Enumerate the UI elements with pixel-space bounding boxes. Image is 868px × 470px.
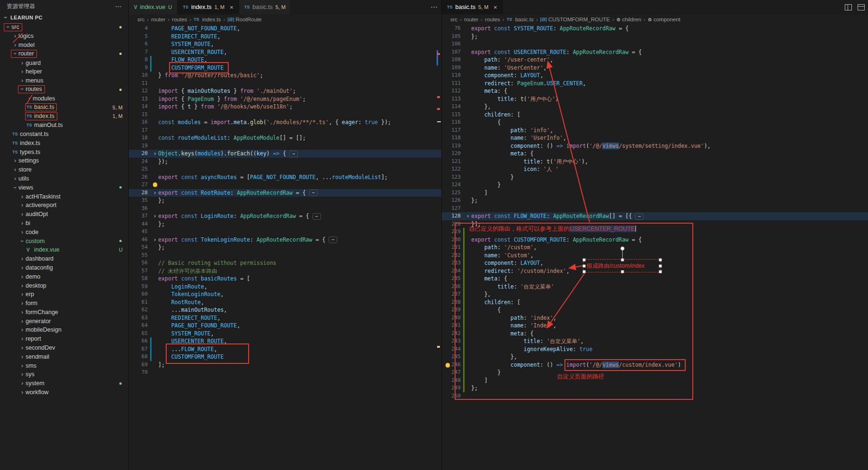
breadcrumb-item-children[interactable]: ⚙children — [617, 17, 641, 22]
tree-item-index.vue[interactable]: Vindex.vueU — [0, 245, 128, 254]
tree-item-system[interactable]: ›system — [0, 379, 128, 388]
tree-item-routes[interactable]: ›routes — [0, 85, 128, 94]
tree-item-desktop[interactable]: ›desktop — [0, 281, 128, 290]
resize-handle[interactable] — [659, 258, 662, 262]
tree-item-secondDev[interactable]: ›secondDev — [0, 343, 128, 352]
editor-layout-icon[interactable] — [858, 4, 865, 10]
code-line-18: 18const routeModuleList: AppRouteModule[… — [129, 134, 442, 142]
tree-item-code[interactable]: ›code — [0, 227, 128, 236]
tree-item-actHiTaskinst[interactable]: ›actHiTaskinst — [0, 192, 128, 201]
tree-item-src[interactable]: ›src — [0, 23, 128, 32]
resize-handle[interactable] — [582, 258, 586, 262]
tree-item-index.ts[interactable]: TSindex.ts1, M — [0, 112, 128, 121]
rotate-handle[interactable] — [620, 246, 625, 251]
resize-handle[interactable] — [582, 264, 586, 268]
line-number: 108 — [442, 56, 461, 64]
tree-item-store[interactable]: ›store — [0, 165, 128, 174]
tree-item-custom[interactable]: ›custom — [0, 236, 128, 245]
tree-item-settings[interactable]: ›settings — [0, 156, 128, 165]
fold-chevron-icon[interactable]: › — [152, 236, 158, 244]
resize-handle[interactable] — [621, 270, 624, 273]
tab-index.ts[interactable]: TSindex.ts1, M× — [178, 0, 239, 14]
code-editor[interactable]: 4 PAGE_NOT_FOUND_ROUTE,5 REDIRECT_ROUTE,… — [129, 25, 442, 377]
close-icon[interactable]: × — [493, 4, 497, 11]
breadcrumb-item-CUSTOMFORM_ROUTE[interactable]: [@]CUSTOMFORM_ROUTE — [540, 17, 610, 22]
tree-item-model[interactable]: ›model — [0, 41, 128, 50]
scrollbar-decoration[interactable] — [437, 50, 438, 65]
breadcrumb-item-src[interactable]: src — [137, 17, 144, 22]
lightbulb-icon[interactable] — [153, 182, 157, 187]
tree-item-modules[interactable]: ›modules — [0, 94, 128, 103]
resize-handle[interactable] — [659, 270, 662, 273]
tree-item-dashboard[interactable]: ›dashboard — [0, 254, 128, 263]
folded-code-ellipsis[interactable]: ⋯ — [635, 213, 644, 220]
line-number: 37 — [129, 212, 148, 220]
tree-item-generator[interactable]: ›generator — [0, 316, 128, 325]
close-icon[interactable]: × — [230, 4, 233, 11]
resize-handle[interactable] — [582, 270, 586, 273]
fold-chevron-icon[interactable]: › — [152, 150, 158, 158]
tree-item-menus[interactable]: ›menus — [0, 76, 128, 85]
folded-code-ellipsis[interactable]: ⋯ — [329, 236, 337, 243]
breadcrumb-item-routes[interactable]: routes — [485, 17, 500, 22]
breadcrumb-item-routes[interactable]: routes — [172, 17, 187, 22]
explorer-section-header[interactable]: › LEARUN PC — [0, 12, 128, 23]
tree-item-logics[interactable]: ›logics — [0, 32, 128, 41]
breadcrumb-separator: › — [644, 17, 645, 22]
fold-chevron-icon[interactable]: › — [152, 212, 158, 220]
line-number: 56 — [129, 259, 148, 267]
tree-item-bi[interactable]: ›bi — [0, 219, 128, 228]
split-editor-icon[interactable] — [845, 4, 852, 10]
tree-item-sendmail[interactable]: ›sendmail — [0, 352, 128, 361]
more-actions-icon[interactable]: ⋯ — [115, 2, 122, 10]
tree-item-demo[interactable]: ›demo — [0, 272, 128, 281]
annotation-textbox[interactable]: 组成路由/custom/index — [583, 259, 661, 272]
tree-item-dataconfig[interactable]: ›dataconfig — [0, 263, 128, 272]
tree-item-report[interactable]: ›report — [0, 334, 128, 343]
breadcrumb-item-basic.ts[interactable]: TSbasic.ts — [507, 17, 534, 22]
tree-item-formChange[interactable]: ›formChange — [0, 308, 128, 317]
tree-item-mobileDesign[interactable]: ›mobileDesign — [0, 325, 128, 334]
fold-chevron-icon[interactable]: › — [152, 189, 158, 197]
tree-item-sys[interactable]: ›sys — [0, 370, 128, 379]
line-number: 229 — [442, 228, 461, 236]
tree-item-router[interactable]: ›router — [0, 49, 128, 58]
tree-item-auditOpt[interactable]: ›auditOpt — [0, 210, 128, 219]
fold-chevron-icon[interactable]: › — [465, 212, 471, 220]
tree-item-sms[interactable]: ›sms — [0, 361, 128, 370]
tree-item-views[interactable]: ›views — [0, 183, 128, 192]
more-actions-icon[interactable]: ⋯ — [430, 3, 438, 11]
tree-item-types.ts[interactable]: TStypes.ts — [0, 147, 128, 156]
lightbulb-icon[interactable] — [446, 363, 450, 367]
tree-item-workflow[interactable]: ›workflow — [0, 388, 128, 397]
resize-handle[interactable] — [621, 258, 624, 262]
breadcrumb-item-component[interactable]: ⚙component — [648, 17, 680, 22]
tab-basic.ts[interactable]: TSbasic.ts5, M — [239, 0, 291, 14]
folded-code-ellipsis[interactable]: ⋯ — [309, 190, 318, 196]
tree-item-helper[interactable]: ›helper — [0, 67, 128, 76]
breadcrumb-item-router[interactable]: router — [464, 17, 478, 22]
line-number: 235 — [442, 275, 461, 283]
tree-item-index.ts[interactable]: TSindex.ts — [0, 138, 128, 147]
line-number: 238 — [442, 298, 461, 307]
tree-item-erp[interactable]: ›erp — [0, 290, 128, 299]
tree-item-basic.ts[interactable]: TSbasic.ts5, M — [0, 103, 128, 112]
tree-item-activereport[interactable]: ›activereport — [0, 201, 128, 210]
tab-index.vue[interactable]: Vindex.vueU — [129, 0, 178, 14]
breadcrumb-item-src[interactable]: src — [450, 17, 457, 22]
breadcrumb-item-index.ts[interactable]: TSindex.ts — [194, 17, 221, 22]
folded-code-ellipsis[interactable]: ⋯ — [313, 213, 321, 220]
tree-item-label: report — [25, 335, 41, 342]
breadcrumb-item-router[interactable]: router — [151, 17, 165, 22]
folded-code-ellipsis[interactable]: ⋯ — [289, 151, 298, 157]
vue-file-icon: V — [134, 5, 137, 10]
tree-item-utils[interactable]: ›utils — [0, 174, 128, 183]
breadcrumb-item-RootRoute[interactable]: [@]RootRoute — [227, 17, 261, 22]
tab-basic.ts[interactable]: TSbasic.ts5, M× — [442, 0, 503, 14]
resize-handle[interactable] — [659, 264, 662, 268]
tree-item-mainOut.ts[interactable]: TSmainOut.ts — [0, 121, 128, 130]
tree-item-constant.ts[interactable]: TSconstant.ts — [0, 130, 128, 139]
code-editor[interactable]: 76export const SYSTEM_ROUTE: AppRouteRec… — [442, 25, 868, 400]
tree-item-form[interactable]: ›form — [0, 299, 128, 308]
tree-item-guard[interactable]: ›guard — [0, 58, 128, 67]
